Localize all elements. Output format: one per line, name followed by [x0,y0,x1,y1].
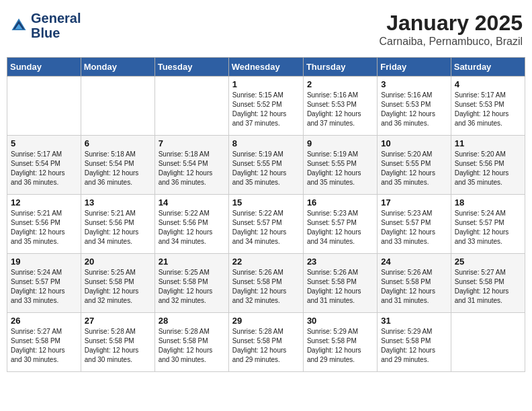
day-info: Sunrise: 5:17 AMSunset: 5:53 PMDaylight:… [455,91,521,128]
col-monday: Monday [81,58,154,77]
col-thursday: Thursday [303,58,377,77]
day-info: Sunrise: 5:19 AMSunset: 5:55 PMDaylight:… [232,150,300,187]
title-block: January 2025 Carnaiba, Pernambuco, Brazi… [380,11,523,48]
day-number: 11 [455,138,521,148]
day-info: Sunrise: 5:25 AMSunset: 5:58 PMDaylight:… [85,268,151,306]
day-number: 21 [159,257,225,267]
day-number: 1 [232,79,300,89]
day-number: 18 [455,197,521,208]
calendar-cell: 1Sunrise: 5:15 AMSunset: 5:52 PMDaylight… [228,77,303,136]
day-info: Sunrise: 5:23 AMSunset: 5:57 PMDaylight:… [381,209,447,246]
day-number: 4 [455,79,521,89]
calendar-cell: 9Sunrise: 5:19 AMSunset: 5:55 PMDaylight… [303,136,377,195]
day-info: Sunrise: 5:18 AMSunset: 5:54 PMDaylight:… [85,150,151,187]
day-number: 9 [307,138,373,148]
day-info: Sunrise: 5:26 AMSunset: 5:58 PMDaylight:… [232,268,300,306]
month-title: January 2025 [380,11,523,36]
day-info: Sunrise: 5:18 AMSunset: 5:54 PMDaylight:… [159,150,225,187]
day-info: Sunrise: 5:22 AMSunset: 5:57 PMDaylight:… [232,209,300,246]
day-info: Sunrise: 5:17 AMSunset: 5:54 PMDaylight:… [11,150,77,187]
calendar-cell: 23Sunrise: 5:26 AMSunset: 5:58 PMDayligh… [303,254,377,313]
calendar-week-row-2: 5Sunrise: 5:17 AMSunset: 5:54 PMDaylight… [7,136,525,195]
col-wednesday: Wednesday [228,58,303,77]
calendar-cell: 21Sunrise: 5:25 AMSunset: 5:58 PMDayligh… [154,254,228,313]
day-number: 20 [85,257,151,267]
day-number: 14 [159,197,225,208]
day-info: Sunrise: 5:28 AMSunset: 5:58 PMDaylight:… [232,327,300,365]
col-saturday: Saturday [451,58,525,77]
day-number: 22 [232,257,300,267]
day-info: Sunrise: 5:28 AMSunset: 5:58 PMDaylight:… [85,327,151,365]
page-header: General Blue January 2025 Carnaiba, Pern… [7,7,525,52]
calendar-cell [7,77,81,136]
day-number: 2 [307,79,373,89]
day-info: Sunrise: 5:20 AMSunset: 5:56 PMDaylight:… [455,150,521,187]
calendar-cell: 22Sunrise: 5:26 AMSunset: 5:58 PMDayligh… [228,254,303,313]
day-number: 17 [381,197,447,208]
day-info: Sunrise: 5:28 AMSunset: 5:58 PMDaylight:… [159,327,225,365]
calendar-cell: 31Sunrise: 5:29 AMSunset: 5:58 PMDayligh… [378,313,451,372]
day-number: 23 [307,257,373,267]
calendar-cell [81,77,154,136]
day-info: Sunrise: 5:24 AMSunset: 5:57 PMDaylight:… [11,268,77,306]
calendar-cell: 3Sunrise: 5:16 AMSunset: 5:53 PMDaylight… [378,77,451,136]
day-number: 15 [232,197,300,208]
calendar-week-row-3: 12Sunrise: 5:21 AMSunset: 5:56 PMDayligh… [7,195,525,254]
calendar-cell: 26Sunrise: 5:27 AMSunset: 5:58 PMDayligh… [7,313,81,372]
calendar-cell: 30Sunrise: 5:29 AMSunset: 5:58 PMDayligh… [303,313,377,372]
day-info: Sunrise: 5:21 AMSunset: 5:56 PMDaylight:… [85,209,151,246]
calendar-cell: 16Sunrise: 5:23 AMSunset: 5:57 PMDayligh… [303,195,377,254]
calendar-cell: 25Sunrise: 5:27 AMSunset: 5:58 PMDayligh… [451,254,525,313]
day-info: Sunrise: 5:22 AMSunset: 5:56 PMDaylight:… [159,209,225,246]
day-number: 13 [85,197,151,208]
calendar-header-row: Sunday Monday Tuesday Wednesday Thursday… [7,58,525,77]
calendar-cell: 28Sunrise: 5:28 AMSunset: 5:58 PMDayligh… [154,313,228,372]
location-title: Carnaiba, Pernambuco, Brazil [380,36,523,48]
calendar-cell: 15Sunrise: 5:22 AMSunset: 5:57 PMDayligh… [228,195,303,254]
day-info: Sunrise: 5:26 AMSunset: 5:58 PMDaylight:… [381,268,447,306]
calendar-cell: 10Sunrise: 5:20 AMSunset: 5:55 PMDayligh… [378,136,451,195]
col-sunday: Sunday [7,58,81,77]
calendar-cell: 7Sunrise: 5:18 AMSunset: 5:54 PMDaylight… [154,136,228,195]
day-number: 16 [307,197,373,208]
day-number: 19 [11,257,77,267]
calendar-table: Sunday Monday Tuesday Wednesday Thursday… [7,57,525,372]
calendar-cell: 11Sunrise: 5:20 AMSunset: 5:56 PMDayligh… [451,136,525,195]
day-info: Sunrise: 5:23 AMSunset: 5:57 PMDaylight:… [307,209,373,246]
logo-line2: Blue [31,26,60,40]
calendar-cell: 4Sunrise: 5:17 AMSunset: 5:53 PMDaylight… [451,77,525,136]
calendar-cell: 17Sunrise: 5:23 AMSunset: 5:57 PMDayligh… [378,195,451,254]
day-number: 26 [11,316,77,326]
calendar-week-row-4: 19Sunrise: 5:24 AMSunset: 5:57 PMDayligh… [7,254,525,313]
day-number: 7 [159,138,225,148]
day-number: 6 [85,138,151,148]
calendar-cell: 29Sunrise: 5:28 AMSunset: 5:58 PMDayligh… [228,313,303,372]
day-number: 29 [232,316,300,326]
day-info: Sunrise: 5:26 AMSunset: 5:58 PMDaylight:… [307,268,373,306]
logo: General Blue [9,11,81,40]
day-info: Sunrise: 5:16 AMSunset: 5:53 PMDaylight:… [307,91,373,128]
calendar-cell: 19Sunrise: 5:24 AMSunset: 5:57 PMDayligh… [7,254,81,313]
day-info: Sunrise: 5:16 AMSunset: 5:53 PMDaylight:… [381,91,447,128]
day-number: 10 [381,138,447,148]
day-number: 25 [455,257,521,267]
day-number: 5 [11,138,77,148]
col-tuesday: Tuesday [154,58,228,77]
day-number: 8 [232,138,300,148]
calendar-cell: 5Sunrise: 5:17 AMSunset: 5:54 PMDaylight… [7,136,81,195]
day-number: 28 [159,316,225,326]
calendar-cell: 13Sunrise: 5:21 AMSunset: 5:56 PMDayligh… [81,195,154,254]
day-info: Sunrise: 5:29 AMSunset: 5:58 PMDaylight:… [307,327,373,365]
day-info: Sunrise: 5:19 AMSunset: 5:55 PMDaylight:… [307,150,373,187]
calendar-cell [451,313,525,372]
calendar-week-row-5: 26Sunrise: 5:27 AMSunset: 5:58 PMDayligh… [7,313,525,372]
calendar-cell: 12Sunrise: 5:21 AMSunset: 5:56 PMDayligh… [7,195,81,254]
calendar-cell: 24Sunrise: 5:26 AMSunset: 5:58 PMDayligh… [378,254,451,313]
calendar-cell: 27Sunrise: 5:28 AMSunset: 5:58 PMDayligh… [81,313,154,372]
day-number: 27 [85,316,151,326]
day-number: 3 [381,79,447,89]
day-info: Sunrise: 5:25 AMSunset: 5:58 PMDaylight:… [159,268,225,306]
day-info: Sunrise: 5:27 AMSunset: 5:58 PMDaylight:… [11,327,77,365]
calendar-cell: 8Sunrise: 5:19 AMSunset: 5:55 PMDaylight… [228,136,303,195]
col-friday: Friday [378,58,451,77]
